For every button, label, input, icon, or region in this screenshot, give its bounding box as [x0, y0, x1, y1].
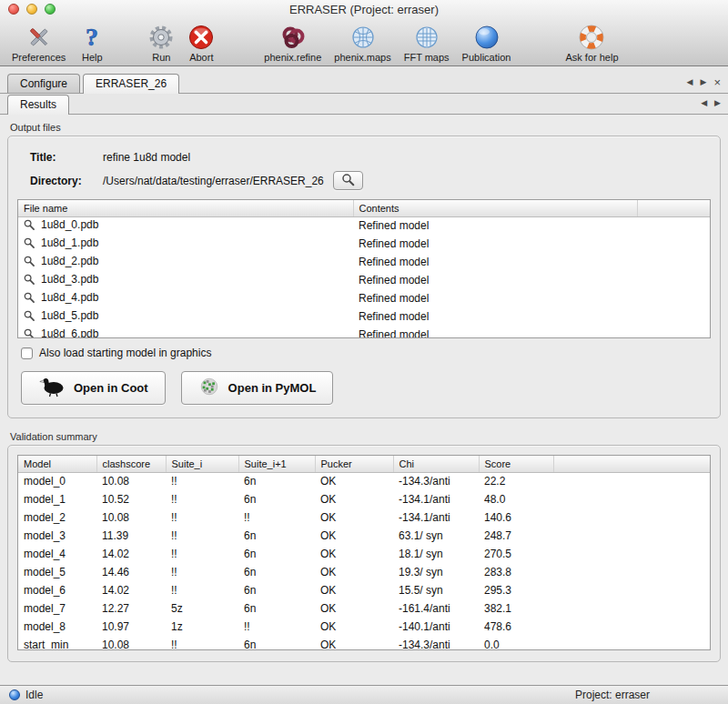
title-value: refine 1u8d model [103, 151, 190, 164]
abort-x-icon [187, 22, 215, 52]
cell-clashscore: 10.08 [96, 472, 166, 490]
tab-erraser-26[interactable]: ERRASER_26 [83, 74, 179, 94]
column-header-file-name[interactable]: File name [18, 200, 353, 216]
cell-suite-i1: 6n [238, 563, 315, 581]
validation-row[interactable]: model_4 14.02 !! 6n OK 18.1/ syn 270.5 [18, 545, 710, 563]
cell-chi: 63.1/ syn [393, 527, 479, 545]
magnifier-icon [24, 328, 35, 337]
open-in-pymol-button[interactable]: Open in PyMOL [181, 371, 334, 405]
toolbar-button-ask-for-help[interactable]: Ask for help [559, 22, 624, 63]
cell-chi: -134.1/anti [393, 508, 479, 527]
cell-suite-i1: 6n [238, 472, 315, 490]
file-name: 1u8d_5.pdb [41, 309, 98, 322]
browse-directory-button[interactable] [333, 171, 363, 190]
cell-pucker: OK [315, 636, 393, 649]
validation-row[interactable]: model_7 12.27 5z 6n OK -161.4/anti 382.1 [18, 599, 710, 618]
tab-results[interactable]: Results [7, 95, 69, 115]
validation-summary-group: Model clashscore Suite_i Suite_i+1 Pucke… [7, 445, 721, 662]
cell-model: model_3 [18, 527, 96, 545]
cell-suite-i: 1z [166, 618, 238, 636]
column-header-model[interactable]: Model [18, 456, 96, 472]
close-button[interactable] [8, 4, 19, 15]
load-starting-model-checkbox[interactable] [21, 347, 33, 359]
file-name: 1u8d_2.pdb [41, 255, 98, 267]
toolbar-label-publication: Publication [462, 52, 511, 63]
cell-suite-i: !! [166, 490, 238, 508]
toolbar-button-abort[interactable]: Abort [181, 22, 221, 63]
validation-row[interactable]: model_2 10.08 !! !! OK -134.1/anti 140.6 [18, 508, 710, 527]
file-row[interactable]: 1u8d_4.pdb Refined model [18, 289, 710, 307]
file-row[interactable]: 1u8d_6.pdb Refined model [18, 326, 710, 337]
column-header-empty [553, 456, 710, 472]
window-title: ERRASER (Project: erraser) [0, 0, 728, 20]
column-header-suite-i[interactable]: Suite_i [166, 456, 238, 472]
cell-suite-i1: !! [238, 508, 315, 527]
title-label: Title: [30, 151, 103, 164]
column-header-clashscore[interactable]: clashscore [96, 456, 166, 472]
validation-row[interactable]: model_8 10.97 1z !! OK -140.1/anti 478.6 [18, 618, 710, 636]
toolbar-button-phenix-maps[interactable]: phenix.maps [328, 22, 397, 63]
column-header-pucker[interactable]: Pucker [315, 456, 393, 472]
window-header: ERRASER (Project: erraser) Preferences ? [0, 0, 728, 66]
validation-row[interactable]: model_3 11.39 !! 6n OK 63.1/ syn 248.7 [18, 527, 710, 545]
open-in-pymol-label: Open in PyMOL [228, 381, 317, 395]
tab-scroll-left-icon[interactable]: ◀ [687, 78, 693, 86]
status-sphere-icon [9, 689, 20, 700]
toolbar-button-run[interactable]: Run [141, 22, 181, 63]
column-header-contents[interactable]: Contents [353, 200, 637, 216]
file-contents: Refined model [353, 216, 637, 235]
validation-row[interactable]: model_5 14.46 !! 6n OK 19.3/ syn 283.8 [18, 563, 710, 581]
zoom-button[interactable] [45, 4, 56, 15]
cell-pucker: OK [315, 545, 393, 563]
cell-score: 140.6 [479, 508, 553, 527]
cell-clashscore: 14.46 [96, 563, 166, 581]
validation-row[interactable]: start_min 10.08 !! 6n OK -134.3/anti 0.0 [18, 636, 710, 649]
column-header-chi[interactable]: Chi [393, 456, 479, 472]
column-header-score[interactable]: Score [479, 456, 553, 472]
cell-chi: -140.1/anti [393, 618, 479, 636]
toolbar-label-fft-maps: FFT maps [404, 52, 450, 63]
validation-row[interactable]: model_6 14.02 !! 6n OK 15.5/ syn 295.3 [18, 581, 710, 599]
cell-clashscore: 14.02 [96, 581, 166, 599]
magnifier-icon [24, 274, 35, 287]
file-contents: Refined model [353, 289, 637, 307]
coot-bird-icon [38, 376, 66, 400]
file-name: 1u8d_0.pdb [41, 218, 98, 231]
toolbar-button-publication[interactable]: Publication [456, 22, 518, 63]
toolbar-button-fft-maps[interactable]: FFT maps [398, 22, 456, 63]
cell-suite-i1: 6n [238, 490, 315, 508]
cell-clashscore: 10.08 [96, 636, 166, 649]
open-in-coot-button[interactable]: Open in Coot [21, 371, 166, 405]
cell-model: model_6 [18, 581, 96, 599]
main-tab-controls: ◀ ▶ × [687, 78, 721, 86]
tab-configure[interactable]: Configure [7, 74, 80, 93]
file-name: 1u8d_4.pdb [41, 291, 98, 304]
file-row[interactable]: 1u8d_5.pdb Refined model [18, 307, 710, 326]
file-contents: Refined model [353, 326, 637, 337]
magnifier-icon [24, 237, 35, 251]
minimize-button[interactable] [26, 4, 37, 15]
cell-score: 48.0 [479, 490, 553, 508]
file-row[interactable]: 1u8d_2.pdb Refined model [18, 253, 710, 271]
subtab-scroll-right-icon[interactable]: ▶ [714, 99, 721, 107]
file-row[interactable]: 1u8d_0.pdb Refined model [18, 216, 710, 235]
tab-close-icon[interactable]: × [713, 78, 721, 86]
toolbar-button-phenix-refine[interactable]: phenix.refine [258, 22, 328, 63]
validation-table: Model clashscore Suite_i Suite_i+1 Pucke… [17, 455, 711, 650]
publication-sphere-icon [473, 22, 500, 52]
column-header-suite-i1[interactable]: Suite_i+1 [238, 456, 315, 472]
toolbar-button-help[interactable]: ? Help [72, 22, 112, 63]
tab-scroll-right-icon[interactable]: ▶ [700, 78, 706, 86]
cell-pucker: OK [315, 599, 393, 618]
cell-model: model_0 [18, 472, 96, 490]
run-gear-icon [147, 22, 175, 52]
validation-row[interactable]: model_1 10.52 !! 6n OK -134.1/anti 48.0 [18, 490, 710, 508]
cell-score: 0.0 [479, 636, 553, 649]
file-row[interactable]: 1u8d_3.pdb Refined model [18, 271, 710, 289]
cell-chi: -134.3/anti [393, 472, 479, 490]
validation-row[interactable]: model_0 10.08 !! 6n OK -134.3/anti 22.2 [18, 472, 710, 490]
toolbar-button-preferences[interactable]: Preferences [5, 22, 72, 63]
file-row[interactable]: 1u8d_1.pdb Refined model [18, 235, 710, 253]
subtab-scroll-left-icon[interactable]: ◀ [701, 99, 707, 107]
help-question-icon: ? [78, 22, 106, 52]
